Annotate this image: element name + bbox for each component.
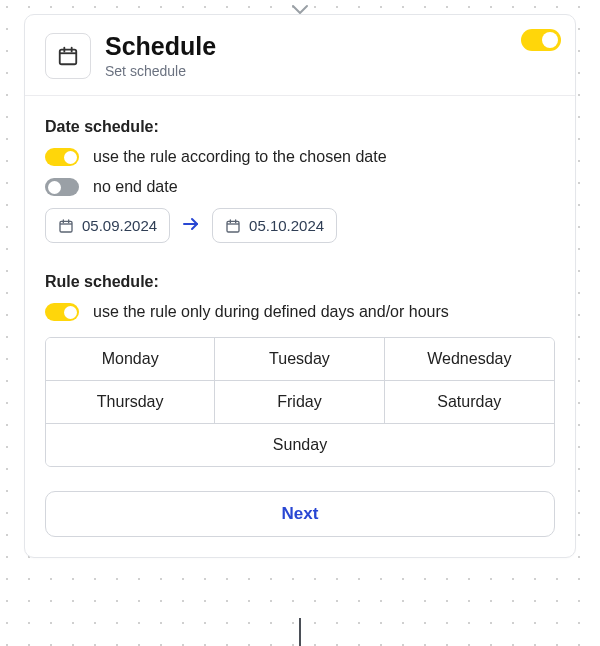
start-date-picker[interactable]: 05.09.2024	[45, 208, 170, 243]
calendar-icon	[225, 218, 241, 234]
svg-rect-0	[60, 50, 77, 65]
arrow-right-icon	[182, 217, 200, 235]
days-table: Monday Tuesday Wednesday Thursday Friday…	[45, 337, 555, 467]
day-sunday[interactable]: Sunday	[46, 424, 554, 466]
defined-days-text: use the rule only during defined days an…	[93, 303, 449, 321]
connector-line	[299, 618, 301, 646]
card-enable-toggle[interactable]	[521, 29, 561, 55]
day-wednesday[interactable]: Wednesday	[385, 338, 554, 381]
card-body: Date schedule: use the rule according to…	[25, 96, 575, 557]
date-range-row: 05.09.2024 05.10.2024	[45, 208, 555, 243]
chevron-down-icon	[291, 2, 309, 20]
defined-days-row: use the rule only during defined days an…	[45, 303, 555, 321]
calendar-icon	[45, 33, 91, 79]
defined-days-toggle[interactable]	[45, 303, 79, 321]
end-date-value: 05.10.2024	[249, 217, 324, 234]
next-button[interactable]: Next	[45, 491, 555, 537]
day-monday[interactable]: Monday	[46, 338, 215, 381]
no-end-date-text: no end date	[93, 178, 178, 196]
svg-rect-1	[60, 221, 72, 232]
next-button-label: Next	[282, 504, 319, 523]
date-schedule-label: Date schedule:	[45, 118, 555, 136]
no-end-date-row: no end date	[45, 178, 555, 196]
day-friday[interactable]: Friday	[215, 381, 384, 424]
no-end-date-toggle[interactable]	[45, 178, 79, 196]
end-date-picker[interactable]: 05.10.2024	[212, 208, 337, 243]
card-header: Schedule Set schedule	[25, 15, 575, 96]
day-thursday[interactable]: Thursday	[46, 381, 215, 424]
use-rule-date-toggle[interactable]	[45, 148, 79, 166]
day-saturday[interactable]: Saturday	[385, 381, 554, 424]
header-text: Schedule Set schedule	[105, 33, 555, 79]
rule-schedule-label: Rule schedule:	[45, 273, 555, 291]
use-rule-date-text: use the rule according to the chosen dat…	[93, 148, 387, 166]
calendar-icon	[58, 218, 74, 234]
day-tuesday[interactable]: Tuesday	[215, 338, 384, 381]
svg-rect-2	[227, 221, 239, 232]
schedule-card: Schedule Set schedule Date schedule: use…	[24, 14, 576, 558]
use-rule-date-row: use the rule according to the chosen dat…	[45, 148, 555, 166]
card-subtitle: Set schedule	[105, 63, 555, 79]
start-date-value: 05.09.2024	[82, 217, 157, 234]
card-title: Schedule	[105, 33, 555, 61]
